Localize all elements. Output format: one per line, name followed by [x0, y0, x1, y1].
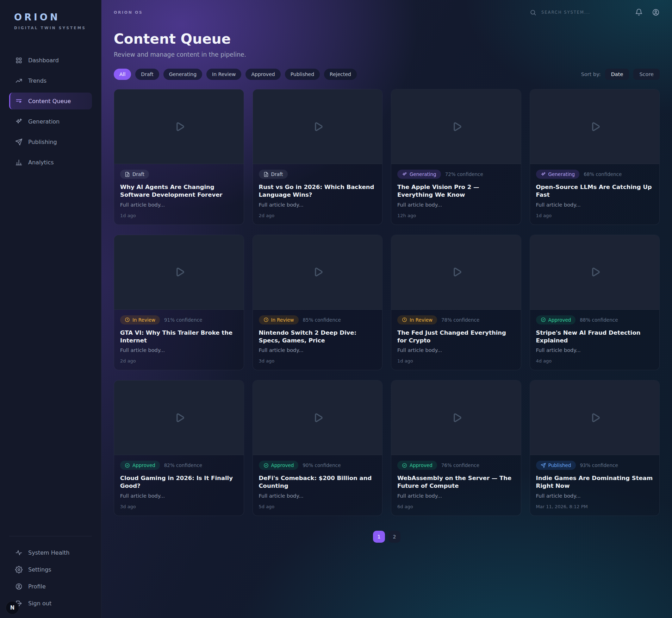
- card-title: DeFi's Comeback: $200 Billion and Counti…: [259, 474, 377, 490]
- topbar: ORION OS: [114, 0, 660, 16]
- check-circle-icon: [541, 317, 546, 322]
- play-icon: [309, 264, 325, 280]
- sidebar-item-dashboard[interactable]: Dashboard: [9, 52, 92, 69]
- search-box: [530, 9, 626, 16]
- search-input[interactable]: [541, 10, 626, 15]
- sidebar-item-publishing[interactable]: Publishing: [9, 133, 92, 150]
- badge-row: Approved 90% confidence: [259, 461, 377, 470]
- card-body: Approved 90% confidence DeFi's Comeback:…: [253, 455, 382, 516]
- brand-logo: ORION: [14, 12, 101, 23]
- card-thumbnail: [114, 380, 244, 455]
- clock-icon: [125, 317, 130, 322]
- filter-chip-published[interactable]: Published: [285, 69, 320, 80]
- sidebar-item-generation[interactable]: Generation: [9, 113, 92, 130]
- play-icon: [171, 119, 187, 135]
- status-label: Approved: [548, 317, 571, 323]
- account-button[interactable]: [652, 8, 660, 16]
- card-body: Generating 72% confidence The Apple Visi…: [391, 164, 521, 225]
- sidebar-item-sign-out[interactable]: Sign out: [9, 595, 92, 612]
- badge-row: Published 93% confidence: [536, 461, 654, 470]
- filter-chip-generating[interactable]: Generating: [163, 69, 202, 80]
- status-badge: In Review: [259, 315, 299, 324]
- play-icon: [171, 264, 187, 280]
- dashboard-grid-icon: [15, 57, 23, 64]
- status-badge: Draft: [259, 170, 288, 179]
- content-card[interactable]: In Review 78% confidence The Fed Just Ch…: [391, 235, 521, 371]
- filter-chip-all[interactable]: All: [114, 69, 131, 80]
- card-snippet: Full article body...: [397, 202, 515, 208]
- filter-chip-approved[interactable]: Approved: [245, 69, 280, 80]
- card-timestamp: 3d ago: [120, 504, 238, 509]
- status-badge: Approved: [259, 461, 299, 470]
- content-card[interactable]: Generating 72% confidence The Apple Visi…: [391, 89, 521, 225]
- content-card[interactable]: Approved 76% confidence WebAssembly on t…: [391, 380, 521, 516]
- filter-chip-rejected[interactable]: Rejected: [324, 69, 357, 80]
- page-button-1[interactable]: 1: [373, 531, 385, 543]
- play-icon: [309, 119, 325, 135]
- confidence-text: 78% confidence: [441, 317, 479, 323]
- search-icon: [530, 9, 536, 16]
- card-timestamp: 6d ago: [397, 504, 515, 509]
- content-card[interactable]: Draft Rust vs Go in 2026: Which Backend …: [253, 89, 383, 225]
- sidebar-item-trends[interactable]: Trends: [9, 72, 92, 89]
- content-card[interactable]: Draft Why AI Agents Are Changing Softwar…: [114, 89, 244, 225]
- sidebar-item-analytics[interactable]: Analytics: [9, 154, 92, 171]
- sidebar: ORION DIGITAL TWIN SYSTEMS Dashboard Tre…: [0, 0, 101, 618]
- card-snippet: Full article body...: [397, 347, 515, 353]
- document-icon: [125, 172, 130, 177]
- badge-row: Approved 88% confidence: [536, 315, 654, 324]
- content-card[interactable]: Approved 88% confidence Stripe's New AI …: [530, 235, 660, 371]
- content-card[interactable]: Generating 68% confidence Open-Source LL…: [530, 89, 660, 225]
- clock-icon: [263, 317, 269, 322]
- status-label: Approved: [410, 462, 433, 468]
- card-thumbnail: [530, 235, 660, 310]
- status-label: Draft: [132, 171, 144, 177]
- content-card[interactable]: In Review 91% confidence GTA VI: Why Thi…: [114, 235, 244, 371]
- sort-label: Sort by:: [581, 71, 601, 77]
- badge-row: Generating 68% confidence: [536, 170, 654, 179]
- sidebar-item-label: Publishing: [28, 139, 57, 145]
- play-icon: [448, 119, 464, 135]
- filter-chip-draft[interactable]: Draft: [135, 69, 159, 80]
- filter-chip-in-review[interactable]: In Review: [206, 69, 241, 80]
- bell-icon: [635, 8, 643, 16]
- sidebar-item-label: Sign out: [28, 600, 51, 607]
- avatar[interactable]: N: [6, 601, 19, 614]
- content-card[interactable]: Published 93% confidence Indie Games Are…: [530, 380, 660, 516]
- card-timestamp: 1d ago: [397, 358, 515, 364]
- card-body: Published 93% confidence Indie Games Are…: [530, 455, 660, 516]
- status-label: In Review: [410, 317, 433, 323]
- sidebar-item-settings[interactable]: Settings: [9, 561, 92, 578]
- card-snippet: Full article body...: [536, 202, 654, 208]
- play-icon: [171, 410, 187, 426]
- sidebar-item-profile[interactable]: Profile: [9, 578, 92, 595]
- sort-by-date-button[interactable]: Date: [605, 69, 629, 80]
- content-card[interactable]: Approved 82% confidence Cloud Gaming in …: [114, 380, 244, 516]
- status-badge: In Review: [120, 315, 160, 324]
- card-timestamp: 12h ago: [397, 213, 515, 218]
- card-title: Open-Source LLMs Are Catching Up Fast: [536, 183, 654, 199]
- page-subtitle: Review and manage content in the pipelin…: [114, 51, 660, 58]
- card-snippet: Full article body...: [259, 347, 377, 353]
- page-button-2[interactable]: 2: [388, 531, 400, 543]
- confidence-text: 90% confidence: [303, 462, 341, 468]
- card-body: Approved 82% confidence Cloud Gaming in …: [114, 455, 244, 516]
- play-icon: [586, 410, 603, 426]
- card-thumbnail: [391, 235, 521, 310]
- activity-icon: [15, 549, 23, 556]
- sidebar-item-system-health[interactable]: System Health: [9, 544, 92, 561]
- status-label: Draft: [271, 171, 283, 177]
- card-title: The Apple Vision Pro 2 — Everything We K…: [397, 183, 515, 199]
- status-badge: Approved: [397, 461, 437, 470]
- sparkles-icon: [15, 118, 23, 125]
- sidebar-item-content-queue[interactable]: Content Queue: [9, 93, 92, 109]
- content-card[interactable]: Approved 90% confidence DeFi's Comeback:…: [253, 380, 383, 516]
- notifications-button[interactable]: [635, 8, 643, 16]
- badge-row: Generating 72% confidence: [397, 170, 515, 179]
- card-timestamp: 1d ago: [120, 213, 238, 218]
- sort-by-score-button[interactable]: Score: [633, 69, 660, 80]
- clock-icon: [402, 317, 407, 322]
- content-card-grid: Draft Why AI Agents Are Changing Softwar…: [114, 89, 660, 516]
- content-card[interactable]: In Review 85% confidence Nintendo Switch…: [253, 235, 383, 371]
- confidence-text: 72% confidence: [445, 171, 483, 177]
